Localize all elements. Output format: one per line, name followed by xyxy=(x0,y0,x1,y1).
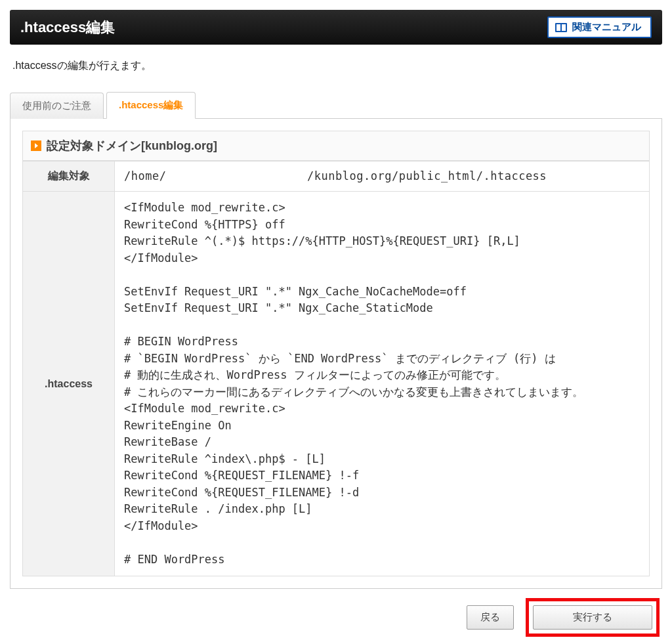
tab-htaccess-edit-label: .htaccess編集 xyxy=(119,99,183,110)
execute-button[interactable]: 実行する xyxy=(533,605,652,630)
back-button[interactable]: 戻る xyxy=(467,605,514,630)
button-row: 戻る 実行する xyxy=(10,589,662,639)
page-title: .htaccess編集 xyxy=(20,18,115,37)
edit-target-label: 編集対象 xyxy=(23,161,115,192)
htaccess-content: <IfModule mod_rewrite.c> RewriteCond %{H… xyxy=(124,200,640,568)
panel-htaccess-edit: 設定対象ドメイン[kunblog.org] 編集対象 /home/ /kunbl… xyxy=(10,119,662,589)
table-row: 編集対象 /home/ /kunblog.org/public_html/.ht… xyxy=(23,161,650,192)
tab-precautions[interactable]: 使用前のご注意 xyxy=(10,93,104,119)
related-manual-label: 関連マニュアル xyxy=(572,21,641,33)
highlight-box: 実行する xyxy=(526,598,660,637)
section-heading: 設定対象ドメイン[kunblog.org] xyxy=(22,131,650,161)
tab-precautions-label: 使用前のご注意 xyxy=(22,100,91,111)
tabs: 使用前のご注意 .htaccess編集 xyxy=(10,91,662,119)
section-heading-text: 設定対象ドメイン[kunblog.org] xyxy=(47,138,217,154)
intro-text: .htaccessの編集が行えます。 xyxy=(12,59,660,73)
edit-target-path: /home/ /kunblog.org/public_html/.htacces… xyxy=(115,161,650,192)
page-titlebar: .htaccess編集 関連マニュアル xyxy=(10,10,662,45)
htaccess-label: .htaccess xyxy=(23,192,115,576)
table-row: .htaccess <IfModule mod_rewrite.c> Rewri… xyxy=(23,192,650,576)
config-table: 編集対象 /home/ /kunblog.org/public_html/.ht… xyxy=(22,161,650,576)
arrow-square-icon xyxy=(31,140,41,151)
book-icon xyxy=(555,23,567,32)
related-manual-button[interactable]: 関連マニュアル xyxy=(547,16,652,38)
htaccess-content-cell: <IfModule mod_rewrite.c> RewriteCond %{H… xyxy=(115,192,650,576)
tab-htaccess-edit[interactable]: .htaccess編集 xyxy=(106,92,196,119)
